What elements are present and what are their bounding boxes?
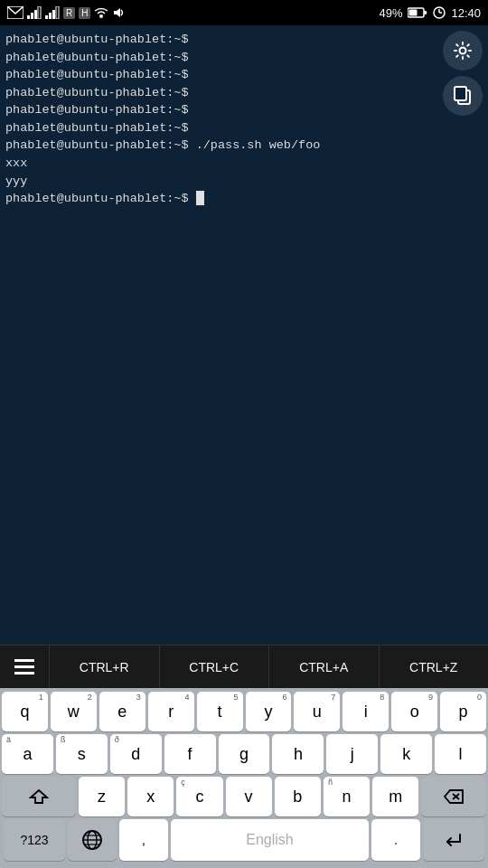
key-r[interactable]: 4r — [148, 692, 194, 731]
svg-rect-7 — [52, 10, 55, 19]
battery-icon: ⚡ — [408, 7, 427, 18]
clock-icon — [433, 6, 446, 19]
svg-rect-1 — [27, 15, 30, 19]
ctrl-r-button[interactable]: CTRL+R — [49, 646, 159, 689]
comma-key[interactable]: , — [119, 819, 168, 861]
term-line: phablet@ubuntu-phablet:~$ — [5, 49, 483, 67]
svg-marker-25 — [445, 790, 463, 803]
term-prompt: phablet@ubuntu-phablet:~$ — [5, 190, 483, 208]
key-f[interactable]: f — [164, 734, 216, 774]
time-display: 12:40 — [451, 6, 481, 20]
key-n[interactable]: ñn — [324, 777, 370, 816]
svg-rect-3 — [34, 10, 37, 19]
key-s[interactable]: ßs — [56, 734, 108, 774]
key-c[interactable]: çc — [176, 777, 222, 816]
keyboard-row-1: 1q 2w 3e 4r 5t 6y 7u 8i 9o 0p — [2, 692, 486, 731]
term-line: phablet@ubuntu-phablet:~$ — [5, 84, 483, 102]
key-x[interactable]: x — [127, 777, 174, 816]
key-j[interactable]: j — [326, 734, 378, 774]
status-left-icons: R H — [7, 6, 125, 19]
key-u[interactable]: 7u — [294, 692, 340, 731]
enter-button[interactable] — [423, 819, 484, 861]
key-o[interactable]: 9o — [391, 692, 437, 731]
svg-rect-4 — [38, 6, 41, 19]
copy-button[interactable] — [443, 76, 483, 116]
num-button[interactable]: ?123 — [4, 819, 65, 861]
keyboard: 1q 2w 3e 4r 5t 6y 7u 8i 9o 0p äa ßs ðd f… — [0, 688, 488, 868]
svg-rect-23 — [14, 672, 34, 675]
key-b[interactable]: b — [275, 777, 321, 816]
hamburger-icon — [14, 659, 34, 675]
term-line-command: phablet@ubuntu-phablet:~$ ./pass.sh web/… — [5, 137, 483, 155]
backspace-button[interactable] — [421, 777, 486, 816]
settings-button[interactable] — [443, 31, 483, 71]
key-t[interactable]: 5t — [197, 692, 243, 731]
globe-icon — [81, 829, 103, 851]
volume-icon — [112, 6, 125, 19]
key-d[interactable]: ðd — [110, 734, 162, 774]
key-k[interactable]: k — [380, 734, 432, 774]
term-buttons — [443, 31, 483, 116]
period-key[interactable]: . — [371, 819, 420, 861]
key-i[interactable]: 8i — [343, 692, 389, 731]
menu-button[interactable] — [0, 646, 49, 689]
svg-point-18 — [460, 48, 466, 54]
svg-rect-6 — [49, 13, 52, 19]
svg-marker-24 — [31, 790, 47, 803]
status-right-info: 49% ⚡ 12:40 — [379, 6, 481, 20]
key-e[interactable]: 3e — [99, 692, 145, 731]
gear-icon — [453, 41, 473, 61]
status-bar: R H 49% ⚡ 12:40 — [0, 0, 488, 25]
svg-rect-20 — [455, 87, 466, 100]
backspace-icon — [443, 788, 465, 805]
space-button[interactable]: English — [171, 819, 369, 861]
shift-icon — [29, 788, 49, 805]
key-v[interactable]: v — [226, 777, 272, 816]
svg-rect-21 — [14, 659, 34, 662]
ctrl-z-button[interactable]: CTRL+Z — [379, 646, 489, 689]
svg-rect-22 — [14, 665, 34, 668]
key-l[interactable]: l — [435, 734, 486, 774]
svg-rect-5 — [45, 15, 48, 19]
svg-rect-12 — [409, 10, 418, 16]
term-line: phablet@ubuntu-phablet:~$ — [5, 66, 483, 84]
term-output-yyy: yyy — [5, 173, 483, 191]
term-line: phablet@ubuntu-phablet:~$ — [5, 119, 483, 137]
shift-button[interactable] — [2, 777, 76, 816]
signal-icon — [27, 6, 42, 19]
globe-button[interactable] — [68, 819, 117, 861]
key-w[interactable]: 2w — [51, 692, 97, 731]
term-output-xxx: xxx — [5, 155, 483, 173]
ctrl-a-button[interactable]: CTRL+A — [268, 646, 379, 689]
cursor — [196, 191, 204, 205]
keyboard-row-2: äa ßs ðd f g h j k l — [2, 734, 486, 774]
svg-rect-2 — [31, 13, 33, 19]
battery-text: 49% — [379, 6, 402, 20]
email-icon — [7, 6, 23, 19]
h-badge: H — [79, 7, 90, 19]
r-badge: R — [63, 7, 75, 19]
svg-rect-8 — [56, 6, 59, 19]
terminal: phablet@ubuntu-phablet:~$ phablet@ubuntu… — [0, 25, 488, 645]
enter-icon — [444, 831, 464, 849]
signal2-icon — [45, 6, 60, 19]
key-a[interactable]: äa — [2, 734, 53, 774]
key-m[interactable]: m — [372, 777, 418, 816]
ctrl-c-button[interactable]: CTRL+C — [159, 646, 269, 689]
key-h[interactable]: h — [272, 734, 324, 774]
bottom-row: ?123 , English . — [2, 819, 486, 866]
wifi-icon — [94, 6, 108, 19]
key-g[interactable]: g — [219, 734, 270, 774]
term-line: phablet@ubuntu-phablet:~$ — [5, 31, 483, 49]
copy-icon — [454, 86, 472, 106]
term-line: phablet@ubuntu-phablet:~$ — [5, 101, 483, 119]
svg-marker-10 — [114, 8, 120, 17]
key-q[interactable]: 1q — [2, 692, 48, 731]
key-p[interactable]: 0p — [440, 692, 486, 731]
toolbar: CTRL+R CTRL+C CTRL+A CTRL+Z — [0, 645, 488, 688]
key-z[interactable]: z — [79, 777, 125, 816]
key-y[interactable]: 6y — [246, 692, 292, 731]
svg-text:⚡: ⚡ — [426, 9, 427, 16]
keyboard-row-3: z x çc v b ñn m — [2, 777, 486, 816]
svg-point-9 — [99, 14, 103, 18]
